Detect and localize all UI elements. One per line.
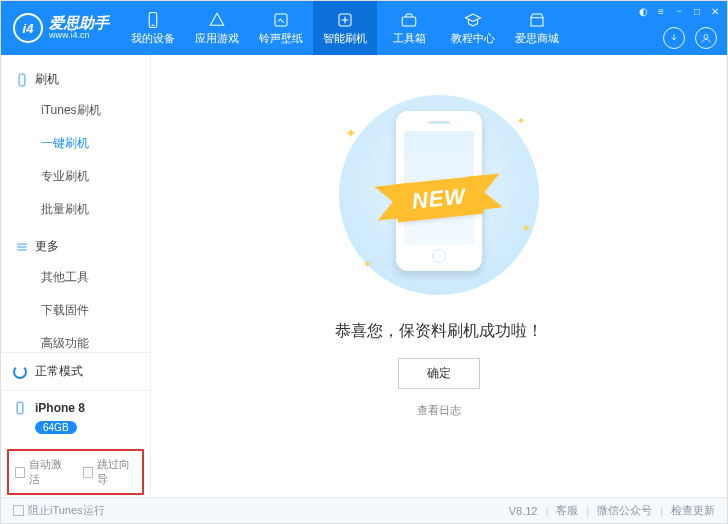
main-nav: 我的设备 应用游戏 铃声壁纸 智能刷机 工具箱 教程中心	[121, 1, 569, 55]
school-icon	[463, 11, 483, 29]
device-small-icon	[13, 401, 27, 415]
phone-icon	[15, 73, 29, 87]
menu-icon[interactable]: ≡	[655, 5, 667, 17]
nav-media[interactable]: 铃声壁纸	[249, 1, 313, 55]
logo-icon: i4	[13, 13, 43, 43]
checkbox-icon	[13, 505, 24, 516]
skin-icon[interactable]: ◐	[637, 5, 649, 17]
sidebar-scroll: 刷机 iTunes刷机 一键刷机 专业刷机 批量刷机 更多	[1, 55, 150, 352]
user-button[interactable]	[695, 27, 717, 49]
svg-rect-6	[19, 74, 25, 86]
download-button[interactable]	[663, 27, 685, 49]
logo-text: 爱思助手 www.i4.cn	[49, 15, 109, 41]
app-name: 爱思助手	[49, 15, 109, 32]
sidebar-device[interactable]: iPhone 8 64GB	[1, 390, 150, 445]
sidebar: 刷机 iTunes刷机 一键刷机 专业刷机 批量刷机 更多	[1, 55, 151, 497]
storage-badge: 64GB	[35, 421, 77, 434]
device-icon	[143, 11, 163, 29]
sidebar-head-flash: 刷机	[1, 65, 150, 94]
logo: i4 爱思助手 www.i4.cn	[1, 13, 121, 43]
sidebar-section-flash: 刷机 iTunes刷机 一键刷机 专业刷机 批量刷机	[1, 65, 150, 226]
checkbox-auto-activate[interactable]: 自动激活	[15, 457, 69, 487]
device-name: iPhone 8	[35, 401, 85, 415]
close-icon[interactable]: ✕	[709, 5, 721, 17]
success-illustration: ✦ ✦ ✦ ✦ NEW	[339, 95, 539, 295]
toolbox-icon	[399, 11, 419, 29]
app-url: www.i4.cn	[49, 31, 109, 41]
ok-button[interactable]: 确定	[398, 358, 480, 389]
sidebar-mode[interactable]: 正常模式	[1, 352, 150, 390]
main-panel: ✦ ✦ ✦ ✦ NEW 恭喜您，保资料刷机成功啦！ 确定 查看日志	[151, 55, 727, 497]
nav-flash[interactable]: 智能刷机	[313, 1, 377, 55]
checkbox-icon	[15, 467, 25, 478]
sidebar-section-more: 更多 其他工具 下载固件 高级功能	[1, 232, 150, 352]
nav-apps[interactable]: 应用游戏	[185, 1, 249, 55]
maximize-icon[interactable]: □	[691, 5, 703, 17]
sidebar-item-other-tools[interactable]: 其他工具	[1, 261, 150, 294]
minimize-icon[interactable]: －	[673, 5, 685, 17]
footer-link-wechat[interactable]: 微信公众号	[597, 503, 652, 518]
flash-icon	[335, 11, 355, 29]
apps-icon	[207, 11, 227, 29]
nav-my-device[interactable]: 我的设备	[121, 1, 185, 55]
options-highlight: 自动激活 跳过向导	[7, 449, 144, 495]
version-label: V8.12	[509, 505, 538, 517]
store-icon	[527, 11, 547, 29]
svg-rect-4	[402, 17, 416, 26]
sidebar-item-itunes-flash[interactable]: iTunes刷机	[1, 94, 150, 127]
app-window: i4 爱思助手 www.i4.cn 我的设备 应用游戏 铃声壁纸 智能刷机	[0, 0, 728, 524]
sidebar-item-pro-flash[interactable]: 专业刷机	[1, 160, 150, 193]
header: i4 爱思助手 www.i4.cn 我的设备 应用游戏 铃声壁纸 智能刷机	[1, 1, 727, 55]
nav-tutorials[interactable]: 教程中心	[441, 1, 505, 55]
window-controls: ◐ ≡ － □ ✕	[637, 5, 721, 17]
sidebar-item-advanced[interactable]: 高级功能	[1, 327, 150, 352]
sidebar-item-batch-flash[interactable]: 批量刷机	[1, 193, 150, 226]
body: 刷机 iTunes刷机 一键刷机 专业刷机 批量刷机 更多	[1, 55, 727, 497]
sidebar-item-oneclick-flash[interactable]: 一键刷机	[1, 127, 150, 160]
more-icon	[15, 240, 29, 254]
view-log-link[interactable]: 查看日志	[417, 403, 461, 418]
checkbox-icon	[83, 467, 93, 478]
spinner-icon	[13, 365, 27, 379]
header-right	[663, 27, 717, 49]
svg-point-5	[704, 35, 708, 39]
nav-toolbox[interactable]: 工具箱	[377, 1, 441, 55]
checkbox-skip-guide[interactable]: 跳过向导	[83, 457, 137, 487]
footer-link-support[interactable]: 客服	[556, 503, 578, 518]
svg-rect-10	[17, 402, 23, 414]
success-text: 恭喜您，保资料刷机成功啦！	[335, 321, 543, 342]
footer: 阻止iTunes运行 V8.12 | 客服 | 微信公众号 | 检查更新	[1, 497, 727, 523]
sidebar-item-download-firmware[interactable]: 下载固件	[1, 294, 150, 327]
media-icon	[271, 11, 291, 29]
sidebar-head-more: 更多	[1, 232, 150, 261]
nav-store[interactable]: 爱思商城	[505, 1, 569, 55]
checkbox-block-itunes[interactable]: 阻止iTunes运行	[13, 503, 105, 518]
footer-link-update[interactable]: 检查更新	[671, 503, 715, 518]
